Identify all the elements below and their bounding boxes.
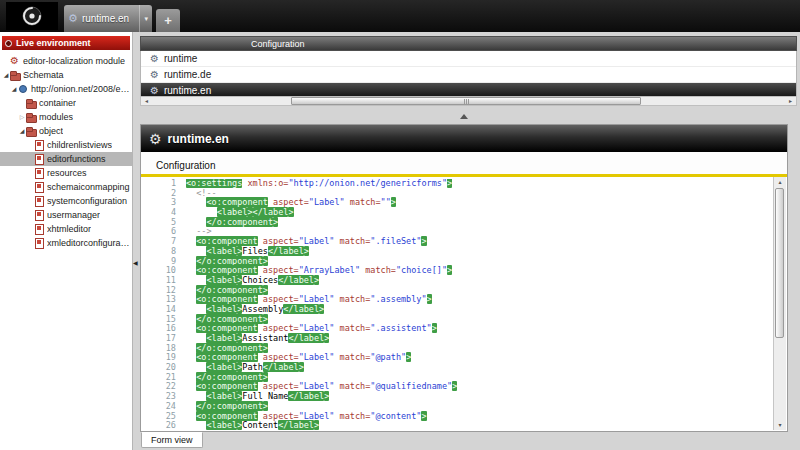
application-window: ⚙ runtime.en ▾ + Live environment editor… — [0, 0, 800, 450]
tree-item-systemconfiguration[interactable]: systemconfiguration — [0, 194, 132, 208]
tree-item-label: usermanager — [47, 210, 100, 220]
chevron-down-icon[interactable]: ▾ — [139, 5, 148, 32]
line-number-gutter: 1234567891011121314151617181920212223242… — [142, 179, 176, 430]
tree-item-container[interactable]: container — [0, 96, 132, 110]
environment-icon — [5, 40, 12, 47]
tree-item-label: xmleditorconfiguration — [47, 238, 132, 248]
code-line[interactable]: <label>Assembly</label> — [186, 305, 772, 315]
gear-icon: ⚙ — [150, 86, 159, 96]
top-tab-bar: ⚙ runtime.en ▾ + — [0, 0, 800, 32]
thumb-grip — [466, 99, 467, 104]
scroll-left-icon[interactable]: ◂ — [141, 97, 152, 105]
line-number: 26 — [142, 421, 176, 430]
code-line[interactable]: <label>Path</label> — [186, 363, 772, 373]
live-environment-banner: Live environment — [2, 36, 130, 50]
detail-tab-bar: Configuration — [141, 152, 787, 174]
code-line[interactable]: <label>Files</label> — [186, 247, 772, 257]
folder-icon — [26, 98, 37, 109]
doc-icon — [34, 182, 45, 193]
gear-icon: ⚙ — [68, 13, 78, 24]
tree-item-schemata[interactable]: ◢Schemata — [0, 68, 132, 82]
folder-icon — [26, 112, 37, 123]
list-row-runtime[interactable]: ⚙runtime — [141, 51, 796, 67]
vertical-scrollbar-thumb[interactable] — [775, 188, 784, 338]
scroll-down-icon[interactable]: ▾ — [774, 420, 786, 430]
list-row-runtime-de[interactable]: ⚙runtime.de — [141, 67, 796, 83]
onion-logo-icon — [21, 5, 43, 27]
code-content[interactable]: <o:settings xmlns:o="http://onion.net/ge… — [186, 179, 772, 430]
configuration-list: ⚙runtime⚙runtime.de⚙runtime.en — [140, 51, 797, 99]
vertical-scrollbar[interactable]: ▴ ▾ — [773, 177, 786, 430]
doc-icon — [34, 196, 45, 207]
list-row-label: runtime.en — [164, 85, 211, 96]
horizontal-scrollbar-thumb[interactable] — [291, 97, 641, 105]
tab-form-view[interactable]: Form view — [141, 432, 203, 448]
gear-icon: ⚙ — [150, 54, 159, 64]
tree-collapsed-arrow-icon[interactable]: ▷ — [18, 114, 26, 120]
scroll-up-icon[interactable]: ▴ — [774, 177, 786, 187]
tree-item-label: schemaiconmapping — [47, 182, 130, 192]
tree-item-modules[interactable]: ▷modules — [0, 110, 132, 124]
code-line[interactable]: <label>Full Name</label> — [186, 392, 772, 402]
doc-icon — [34, 224, 45, 235]
doc-icon — [34, 140, 45, 151]
sidebar-splitter[interactable]: ◀ — [133, 32, 140, 450]
folder-icon — [26, 126, 37, 137]
code-line[interactable]: </o:component> — [186, 218, 772, 228]
tree-item-object[interactable]: ◢object — [0, 124, 132, 138]
tree-item-xmleditorconfiguration[interactable]: xmleditorconfiguration — [0, 236, 132, 250]
tree-item-http-onion-net-2008-editorc[interactable]: ◢http://onion.net/2008/editorc... — [0, 82, 132, 96]
folder-icon — [10, 70, 21, 81]
list-row-label: runtime.de — [164, 69, 211, 80]
doc-icon — [34, 210, 45, 221]
code-line[interactable]: <label>Choices</label> — [186, 276, 772, 286]
collapse-panel-button[interactable] — [448, 112, 480, 121]
gear-icon: ⚙ — [150, 70, 159, 80]
live-environment-label: Live environment — [16, 38, 91, 48]
collapse-left-icon[interactable]: ◀ — [133, 260, 138, 266]
horizontal-scrollbar[interactable]: ◂ ▸ — [140, 96, 797, 106]
tree-expanded-arrow-icon[interactable]: ◢ — [10, 86, 18, 92]
sidebar: Live environment editor-localization mod… — [0, 32, 133, 450]
detail-title: runtime.en — [168, 132, 229, 146]
tree-item-label: modules — [39, 112, 73, 122]
tree-item-editor-localization-module[interactable]: editor-localization module — [0, 54, 132, 68]
schema-tree: editor-localization module◢Schemata◢http… — [0, 54, 132, 250]
tree-item-usermanager[interactable]: usermanager — [0, 208, 132, 222]
scroll-right-icon[interactable]: ▸ — [785, 97, 796, 105]
tree-item-editorfunctions[interactable]: editorfunctions — [0, 152, 132, 166]
code-line[interactable]: <label>Content</label> — [186, 421, 772, 430]
schema-icon — [18, 84, 29, 95]
code-line[interactable]: <o:settings xmlns:o="http://onion.net/ge… — [186, 179, 772, 189]
code-line[interactable]: <label>Assistant</label> — [186, 334, 772, 344]
list-column-header[interactable]: Configuration — [140, 36, 797, 51]
tree-item-label: resources — [47, 168, 87, 178]
app-logo[interactable] — [6, 2, 58, 30]
tree-item-label: childrenlistviews — [47, 140, 112, 150]
doc-icon — [34, 154, 45, 165]
tree-item-label: editor-localization module — [23, 56, 125, 66]
tree-item-label: editorfunctions — [47, 154, 106, 164]
new-tab-button[interactable]: + — [156, 9, 180, 32]
module-icon — [10, 56, 21, 67]
tree-item-xhtmleditor[interactable]: xhtmleditor — [0, 222, 132, 236]
tree-item-resources[interactable]: resources — [0, 166, 132, 180]
tree-item-schemaiconmapping[interactable]: schemaiconmapping — [0, 180, 132, 194]
xml-code-editor[interactable]: 1234567891011121314151617181920212223242… — [142, 177, 786, 430]
doc-icon — [34, 238, 45, 249]
detail-panel: ⚙ runtime.en Configuration 1234567891011… — [140, 124, 788, 432]
tree-item-label: Schemata — [23, 70, 64, 80]
tab-label: runtime.en — [82, 13, 129, 24]
tree-item-label: xhtmleditor — [47, 224, 91, 234]
tree-expanded-arrow-icon[interactable]: ◢ — [2, 72, 10, 78]
tree-item-label: object — [39, 126, 63, 136]
detail-header: ⚙ runtime.en — [141, 125, 787, 152]
doc-icon — [34, 168, 45, 179]
tree-expanded-arrow-icon[interactable]: ◢ — [18, 128, 26, 134]
tree-item-label: systemconfiguration — [47, 196, 127, 206]
tree-item-label: container — [39, 98, 76, 108]
tree-item-childrenlistviews[interactable]: childrenlistviews — [0, 138, 132, 152]
tree-item-label: http://onion.net/2008/editorc... — [31, 84, 132, 94]
tab-configuration[interactable]: Configuration — [154, 157, 217, 174]
tab-runtime-en[interactable]: ⚙ runtime.en ▾ — [64, 5, 152, 32]
